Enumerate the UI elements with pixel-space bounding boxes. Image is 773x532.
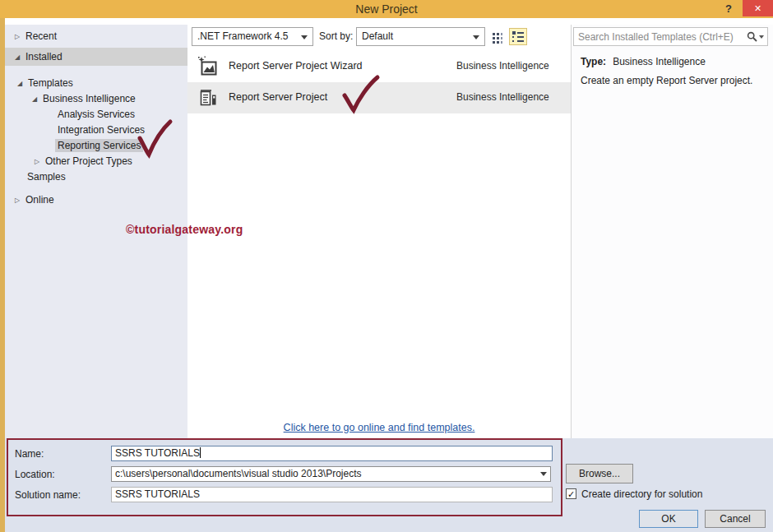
template-item-report-server-project[interactable]: Report Server Project Business Intellige… — [187, 82, 571, 113]
tree-item-installed[interactable]: ◢Installed — [5, 48, 187, 66]
chevron-down-icon — [759, 35, 764, 39]
tree-item-analysis-services[interactable]: Analysis Services — [58, 107, 135, 123]
dialog-title: New Project — [0, 2, 773, 16]
chevron-down-icon — [301, 35, 308, 39]
browse-button[interactable]: Browse... — [566, 464, 633, 483]
search-box — [573, 27, 768, 46]
tree-item-online[interactable]: ▷Online — [15, 192, 54, 208]
create-directory-label: Create directory for solution — [581, 488, 702, 500]
type-value: Business Intelligence — [613, 56, 706, 67]
chevron-down-icon — [540, 472, 547, 476]
collapsed-arrow-icon: ▷ — [15, 29, 25, 44]
tree-item-templates[interactable]: ◢Templates — [17, 76, 73, 91]
expanded-arrow-icon: ◢ — [17, 76, 28, 91]
solution-name-input[interactable]: SSRS TUTORIALS — [111, 487, 553, 502]
expanded-arrow-icon: ◢ — [32, 91, 43, 107]
tree-item-recent[interactable]: ▷Recent — [15, 29, 57, 44]
watermark-text: ©tutorialgateway.org — [126, 223, 243, 236]
collapsed-arrow-icon: ▷ — [15, 192, 25, 208]
search-input[interactable] — [578, 29, 738, 44]
report-project-icon — [197, 87, 219, 109]
report-wizard-icon — [197, 56, 219, 77]
tree-item-samples[interactable]: Samples — [27, 169, 66, 185]
title-bar: New Project ? ✕ — [0, 0, 773, 18]
sort-by-label: Sort by: — [319, 27, 353, 46]
solution-name-label: Solution name: — [15, 489, 81, 501]
help-icon[interactable]: ? — [720, 1, 737, 17]
expanded-arrow-icon: ◢ — [15, 49, 25, 67]
small-icons-view-button[interactable] — [489, 29, 507, 46]
tree-item-integration-services[interactable]: Integration Services — [58, 123, 145, 138]
collapsed-arrow-icon: ▷ — [35, 154, 45, 169]
tree-item-reporting-services[interactable]: Reporting Services — [55, 138, 143, 154]
small-icons-icon — [493, 32, 504, 44]
chevron-down-icon — [473, 35, 479, 39]
go-online-link[interactable]: Click here to go online and find templat… — [284, 422, 475, 433]
template-list-panel: .NET Framework 4.5 Sort by: Default — [187, 25, 571, 438]
project-settings-panel: Name: SSRS TUTORIALS Location: c:\users\… — [5, 438, 773, 532]
name-label: Name: — [15, 448, 44, 460]
new-project-dialog: New Project ? ✕ ▷Recent ◢Installed ◢Temp… — [0, 0, 773, 532]
text-cursor — [200, 447, 201, 458]
framework-dropdown[interactable]: .NET Framework 4.5 — [192, 27, 313, 46]
type-label: Type: — [581, 56, 606, 67]
close-icon[interactable]: ✕ — [743, 0, 773, 16]
location-label: Location: — [15, 469, 55, 480]
sort-dropdown[interactable]: Default — [356, 27, 485, 46]
ok-button[interactable]: OK — [639, 510, 698, 528]
cancel-button[interactable]: Cancel — [705, 510, 766, 528]
search-icon — [747, 31, 757, 42]
create-directory-checkbox[interactable]: ✓ — [566, 488, 576, 499]
location-input[interactable]: c:\users\personal\documents\visual studi… — [111, 466, 551, 482]
checkmark-icon: ✓ — [567, 489, 575, 499]
template-item-report-server-project-wizard[interactable]: Report Server Project Wizard Business In… — [187, 51, 571, 82]
list-view-button[interactable] — [509, 28, 527, 45]
tree-item-other-project-types[interactable]: ▷Other Project Types — [35, 154, 132, 169]
location-dropdown-button[interactable] — [537, 468, 549, 480]
online-templates-link-row: Click here to go online and find templat… — [187, 419, 571, 434]
name-input[interactable]: SSRS TUTORIALS — [111, 446, 553, 461]
template-description: Create an empty Report Server project. — [581, 75, 752, 86]
list-view-icon — [511, 30, 525, 43]
template-details-panel: Type:Business Intelligence Create an emp… — [571, 25, 773, 438]
tree-item-business-intelligence[interactable]: ◢Business Intelligence — [32, 91, 136, 107]
